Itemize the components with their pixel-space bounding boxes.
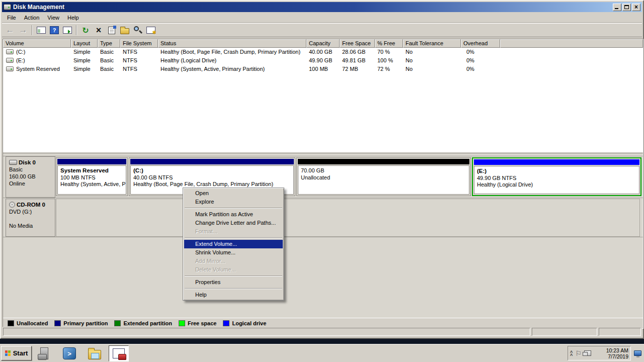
tray-clock[interactable]: 10:23 AM 7/7/2019 bbox=[606, 347, 628, 359]
toolbar-separator bbox=[76, 25, 77, 35]
column-header-layout[interactable]: Layout bbox=[71, 39, 98, 48]
menu-item-mark-partition-active[interactable]: Mark Partition as Active bbox=[184, 210, 283, 219]
table-row-e[interactable]: (E:) Simple Basic NTFS Healthy (Logical … bbox=[3, 57, 643, 65]
cdrom-info-panel[interactable]: CD-ROM 0 DVD (G:) No Media bbox=[6, 199, 55, 237]
primary-partition-bar bbox=[130, 159, 294, 164]
menu-item-open[interactable]: Open bbox=[184, 189, 283, 198]
menu-separator bbox=[185, 208, 282, 209]
column-header-free-space[interactable]: Free Space bbox=[340, 39, 375, 48]
properties-button[interactable] bbox=[106, 24, 118, 36]
wizard-button[interactable] bbox=[145, 24, 157, 36]
wizard-icon bbox=[146, 27, 155, 34]
menu-item-explore[interactable]: Explore bbox=[184, 198, 283, 206]
toolbar: ← → ? ↻ × bbox=[2, 23, 642, 37]
zoom-button[interactable] bbox=[132, 24, 144, 36]
menu-item-help[interactable]: Help bbox=[184, 291, 283, 299]
cdrom-icon bbox=[9, 202, 15, 208]
legend-swatch-unallocated bbox=[8, 320, 14, 326]
menu-item-delete-volume: Delete Volume... bbox=[184, 265, 283, 274]
close-button[interactable]: × bbox=[632, 4, 640, 11]
status-panel bbox=[599, 328, 641, 336]
server-manager-icon bbox=[40, 347, 48, 359]
volume-rows: (C:) Simple Basic NTFS Healthy (Boot, Pa… bbox=[3, 48, 643, 152]
maximize-icon bbox=[624, 5, 629, 9]
menu-file[interactable]: File bbox=[2, 14, 20, 22]
partition-unallocated[interactable]: 70.00 GB Unallocated bbox=[296, 157, 471, 196]
delete-button[interactable]: × bbox=[93, 24, 105, 36]
menu-item-add-mirror: Add Mirror... bbox=[184, 257, 283, 265]
open-button[interactable] bbox=[119, 24, 131, 36]
volume-icon bbox=[6, 58, 14, 63]
partition-e[interactable]: (E:) 49.90 GB NTFS Healthy (Logical Driv… bbox=[472, 157, 641, 196]
desktop-icon bbox=[634, 350, 641, 356]
refresh-button[interactable]: ↻ bbox=[79, 24, 92, 36]
disk0-info-panel[interactable]: Disk 0 Basic 160.00 GB Online bbox=[6, 156, 55, 198]
show-action-pane-button[interactable] bbox=[61, 24, 73, 36]
network-icon[interactable] bbox=[584, 350, 591, 356]
taskbar-disk-management-active[interactable] bbox=[109, 345, 129, 361]
column-header-file-system[interactable]: File System bbox=[120, 39, 158, 48]
back-button[interactable]: ← bbox=[4, 24, 16, 36]
toolbar-separator bbox=[32, 25, 33, 35]
clock-time: 10:23 AM bbox=[606, 347, 628, 353]
menu-item-change-drive-letter[interactable]: Change Drive Letter and Paths... bbox=[184, 219, 283, 227]
table-row-system-reserved[interactable]: System Reserved Simple Basic NTFS Health… bbox=[3, 65, 643, 74]
table-row-c[interactable]: (C:) Simple Basic NTFS Healthy (Boot, Pa… bbox=[3, 48, 643, 57]
menu-item-shrink-volume[interactable]: Shrink Volume... bbox=[184, 248, 283, 257]
disk-management-window: Disk Management × File Action View Help … bbox=[0, 0, 644, 339]
cdrom-media-area[interactable] bbox=[56, 199, 640, 237]
column-header-status[interactable]: Status bbox=[158, 39, 306, 48]
action-center-flag-icon[interactable]: ⚐ bbox=[575, 349, 582, 357]
taskbar-powershell[interactable]: > bbox=[61, 346, 77, 360]
disk0-state: Online bbox=[9, 180, 52, 187]
show-console-tree-button[interactable] bbox=[35, 24, 47, 36]
volume-icon bbox=[6, 49, 14, 54]
column-header-type[interactable]: Type bbox=[98, 39, 120, 48]
taskbar-file-explorer[interactable] bbox=[87, 346, 103, 360]
forward-icon: → bbox=[19, 25, 28, 35]
graphical-view: Disk 0 Basic 160.00 GB Online System Res… bbox=[3, 153, 643, 318]
column-header-volume[interactable]: Volume bbox=[3, 39, 71, 48]
disk-management-icon bbox=[113, 348, 125, 358]
menu-bar: File Action View Help bbox=[2, 13, 642, 23]
menu-separator bbox=[185, 237, 282, 238]
legend-swatch-primary bbox=[54, 320, 61, 326]
powershell-icon: > bbox=[63, 347, 76, 359]
status-panel bbox=[3, 328, 530, 336]
console-tree-icon bbox=[37, 27, 46, 34]
menu-separator bbox=[185, 276, 282, 277]
partition-system-reserved[interactable]: System Reserved 100 MB NTFS Healthy (Sys… bbox=[56, 157, 128, 196]
maximize-button[interactable] bbox=[622, 4, 631, 11]
volume-list-header: Volume Layout Type File System Status Ca… bbox=[3, 39, 643, 48]
taskbar-server-manager[interactable] bbox=[36, 346, 52, 360]
start-button[interactable]: Start bbox=[1, 346, 32, 360]
window-title: Disk Management bbox=[13, 4, 64, 11]
forward-button[interactable]: → bbox=[17, 24, 29, 36]
show-desktop-button[interactable] bbox=[632, 347, 643, 359]
legend-logical-drive: Logical drive bbox=[223, 320, 266, 326]
minimize-button[interactable] bbox=[613, 4, 621, 11]
logical-drive-bar bbox=[474, 159, 639, 165]
cdrom-row: CD-ROM 0 DVD (G:) No Media bbox=[3, 199, 643, 237]
column-header-pct-free[interactable]: % Free bbox=[375, 39, 403, 48]
cdrom-label: CD-ROM 0 bbox=[17, 201, 45, 208]
tray-expand-chevron-icon[interactable]: ˄˄ bbox=[570, 350, 573, 356]
column-header-fault-tolerance[interactable]: Fault Tolerance bbox=[403, 39, 461, 48]
title-bar[interactable]: Disk Management × bbox=[2, 2, 642, 12]
help-button[interactable]: ? bbox=[48, 24, 60, 36]
close-icon: × bbox=[634, 5, 638, 10]
column-header-overhead[interactable]: Overhead bbox=[461, 39, 500, 48]
clock-date: 7/7/2019 bbox=[606, 353, 628, 359]
disk0-label: Disk 0 bbox=[19, 159, 36, 166]
column-header-capacity[interactable]: Capacity bbox=[306, 39, 340, 48]
menu-separator bbox=[185, 288, 282, 289]
system-tray: ˄˄ ⚐ 10:23 AM 7/7/2019 bbox=[568, 346, 631, 360]
legend-swatch-free-space bbox=[179, 320, 185, 326]
action-pane-icon bbox=[63, 27, 72, 34]
menu-view[interactable]: View bbox=[43, 14, 63, 22]
menu-item-extend-volume[interactable]: Extend Volume... bbox=[184, 240, 283, 248]
menu-help[interactable]: Help bbox=[63, 14, 83, 22]
menu-item-properties[interactable]: Properties bbox=[184, 278, 283, 287]
app-icon bbox=[4, 4, 11, 10]
menu-action[interactable]: Action bbox=[20, 14, 44, 22]
